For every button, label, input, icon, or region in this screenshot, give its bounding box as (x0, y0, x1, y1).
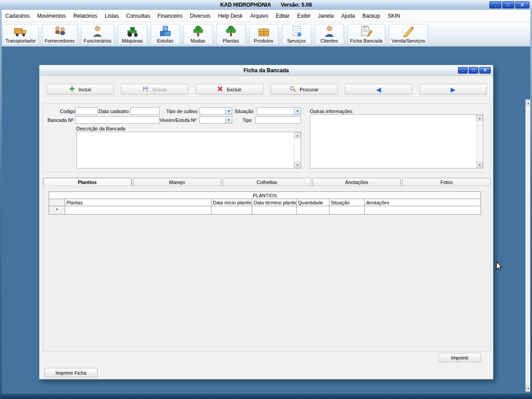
menu-item-cadastros[interactable]: Cadastros (5, 13, 30, 19)
menu-item-financeiro[interactable]: Financeiro (157, 13, 182, 19)
situacao-input[interactable] (257, 108, 294, 114)
toolbar-button-label: Funcionários (84, 38, 112, 43)
situacao-select[interactable]: ▼ (257, 107, 301, 115)
tipo-cultivo-select[interactable]: ▼ (200, 107, 232, 115)
bancada-n-label: Bancada Nº (47, 117, 73, 123)
menu-item-exibir[interactable]: Exibir (297, 13, 310, 19)
toolbar-button-servicos[interactable]: Serviços (282, 24, 311, 45)
dialog-maximize-button[interactable]: □ (469, 67, 478, 74)
close-icon: X (484, 68, 486, 72)
row-selector-header (49, 199, 65, 206)
toolbar-button-ficha-bancada[interactable]: Ficha Bancada (348, 24, 385, 45)
toolbar-button-label: Transportador (5, 38, 36, 43)
tab-colheitas[interactable]: Colheitas (223, 178, 311, 186)
dialog-titlebar[interactable]: Ficha da Bancada _ □ X (39, 65, 493, 76)
dialog-close-button[interactable]: X (479, 67, 491, 74)
close-button[interactable]: X (515, 1, 529, 8)
previous-record-button[interactable]: ◀ (345, 84, 412, 95)
incluir-button[interactable]: Incluir (47, 84, 114, 95)
menu-item-skin[interactable]: SKIN (387, 13, 400, 19)
tipo-cultivo-input[interactable] (200, 108, 225, 114)
menu-item-diversos[interactable]: Diversos (190, 13, 211, 19)
toolbar-button-transportador[interactable]: Transportador (3, 24, 39, 45)
tab-manejo[interactable]: Manejo (133, 178, 222, 186)
menu-item-janela[interactable]: Janela (318, 13, 333, 19)
data-cadastro-field[interactable] (130, 107, 160, 115)
cell-anotacoes[interactable] (365, 206, 481, 215)
dialog-window-controls: _ □ X (458, 67, 491, 74)
tab-fotos[interactable]: Fotos (402, 178, 491, 186)
plantios-grid: PLANTIOS Plantas Data início plantio Dat… (49, 192, 481, 215)
outras-informacoes-textarea[interactable]: ▲ ▼ (310, 114, 483, 168)
dropdown-arrow-icon[interactable]: ▼ (225, 117, 232, 123)
scroll-up-icon[interactable]: ▲ (294, 132, 301, 138)
save-icon (142, 86, 149, 93)
excluir-button[interactable]: Excluir (196, 84, 263, 95)
toolbar-button-fornecedores[interactable]: Fornecedores (42, 24, 78, 45)
imprimir-label: Imprimir (451, 355, 469, 360)
scroll-down-icon[interactable]: ▼ (294, 162, 301, 168)
toolbar-button-mudas[interactable]: Mudas (184, 24, 213, 45)
procurar-button[interactable]: Procurar (270, 84, 338, 95)
cell-plantas[interactable] (65, 206, 211, 215)
toolbar-button-venda-servicos[interactable]: Venda/Serviços (389, 24, 428, 45)
truck-icon (13, 25, 27, 37)
bancada-n-field[interactable] (75, 116, 160, 124)
cell-data-termino[interactable] (252, 206, 297, 215)
minimize-button[interactable]: _ (489, 1, 501, 8)
menu-item-ajuda[interactable]: Ajuda (341, 13, 355, 19)
scroll-up-icon[interactable]: ▲ (477, 115, 483, 121)
gravar-button[interactable]: Gravar (121, 84, 188, 95)
menu-item-movimentos[interactable]: Movimentos (37, 13, 66, 19)
tipo-cultivo-label: Tipo de cultivo (166, 109, 198, 114)
menu-item-editar[interactable]: Editar (276, 13, 289, 19)
tab-label: Fotos (440, 180, 453, 185)
app-version: Versão: 5.08 (281, 2, 312, 8)
scroll-down-icon[interactable]: ▼ (477, 162, 483, 168)
dropdown-arrow-icon[interactable]: ▼ (225, 108, 232, 114)
descricao-scrollbar[interactable]: ▲ ▼ (294, 132, 301, 168)
viveiro-estufa-input[interactable] (200, 117, 225, 123)
tipo-field[interactable] (255, 116, 301, 124)
tab-label: Manejo (169, 180, 185, 185)
dropdown-arrow-icon[interactable]: ▼ (294, 108, 301, 114)
imprimir-button[interactable]: Imprimir (438, 353, 481, 362)
toolbar-button-produtos[interactable]: Produtos (249, 24, 278, 45)
tab-label: Anotações (345, 180, 368, 185)
data-cadastro-label: Data cadastro (98, 109, 129, 114)
toolbar-button-label: Serviços (287, 38, 305, 43)
menu-item-arquivo[interactable]: Arquivo (250, 13, 268, 19)
toolbar-button-clientes[interactable]: Clientes (315, 24, 344, 45)
tab-plantios[interactable]: Plantios (43, 178, 132, 186)
minimize-icon: _ (462, 68, 464, 72)
toolbar-button-funcionarios[interactable]: Funcionários (81, 24, 114, 45)
menu-item-consultas[interactable]: Consultas (126, 13, 150, 19)
imprimir-ficha-button[interactable]: Imprimir Ficha (44, 368, 98, 377)
toolbar-button-estufas[interactable]: Estufas (151, 24, 180, 45)
maximize-icon: □ (472, 68, 474, 72)
codigo-label: Codigo (60, 109, 75, 114)
next-record-button[interactable]: ▶ (419, 84, 487, 95)
dialog-minimize-button[interactable]: _ (458, 67, 468, 74)
dialog-title: Ficha da Bancada (243, 67, 289, 74)
plantios-tab-page: PLANTIOS Plantas Data início plantio Dat… (43, 186, 491, 352)
app-titlebar[interactable]: KAD HIDROPHONIA Versão: 5.08 _ □ X (0, 0, 532, 10)
toolbar-button-maquinas[interactable]: Máquinas (118, 24, 147, 45)
viveiro-estufa-select[interactable]: ▼ (200, 116, 232, 124)
menu-item-relatorios[interactable]: Relatórios (73, 13, 97, 19)
maximize-button[interactable]: □ (502, 1, 514, 8)
menu-item-listas[interactable]: Listas (105, 13, 118, 19)
tree-icon (224, 25, 238, 37)
cell-situacao[interactable] (329, 206, 365, 215)
outras-informacoes-scrollbar[interactable]: ▲ ▼ (476, 115, 483, 168)
cell-data-inicio[interactable] (211, 206, 252, 215)
codigo-field[interactable] (75, 107, 98, 115)
toolbar-button-label: Estufas (157, 38, 173, 43)
menu-item-help-desk[interactable]: Help Desk (218, 13, 243, 19)
toolbar-button-label: Ficha Bancada (350, 38, 383, 43)
toolbar-button-plantas[interactable]: Plantas (216, 24, 246, 45)
descricao-textarea[interactable]: ▲ ▼ (76, 132, 301, 168)
cell-quantidade[interactable] (297, 206, 329, 215)
menu-item-backup[interactable]: Backup (362, 13, 380, 19)
tab-anotacoes[interactable]: Anotações (313, 178, 401, 186)
